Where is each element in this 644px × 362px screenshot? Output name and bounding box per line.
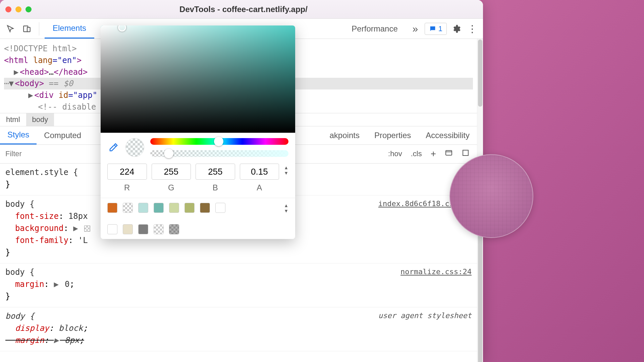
swatch[interactable] [154, 203, 164, 213]
swatch[interactable] [107, 224, 117, 234]
inspect-element-icon[interactable] [4, 22, 17, 36]
color-preview [125, 138, 144, 157]
rule-body-2[interactable]: normalize.css:24 body { margin: ▶ 0; } [0, 263, 477, 307]
titlebar: DevTools - coffee-cart.netlify.app/ [0, 0, 483, 19]
swatch[interactable] [215, 203, 225, 213]
cls-toggle[interactable]: .cls [409, 148, 424, 160]
expand-icon[interactable]: ▶ [14, 66, 20, 78]
rendering-icon[interactable] [460, 147, 472, 160]
sv-handle[interactable] [118, 25, 126, 32]
palette-swatches: ▲▼ [101, 198, 295, 239]
swatch[interactable] [138, 203, 148, 213]
panel-tabs: Elements [45, 19, 94, 39]
color-picker: R G B A ▲▼ [101, 25, 295, 239]
color-swatch-icon[interactable] [84, 226, 90, 232]
subtab-accessibility[interactable]: Accessibility [418, 126, 477, 144]
subtab-breakpoints[interactable]: akpoints [322, 126, 367, 144]
subtab-computed[interactable]: Computed [37, 126, 89, 144]
swatch[interactable] [184, 203, 195, 213]
swatch[interactable] [107, 203, 117, 213]
close-window-icon[interactable] [5, 6, 11, 12]
b-input[interactable] [196, 164, 235, 180]
color-mode-switch-icon[interactable]: ▲▼ [284, 164, 288, 176]
chat-icon [429, 25, 436, 33]
eyedropper-magnifier[interactable] [449, 154, 533, 238]
scroll-thumb[interactable] [478, 233, 482, 362]
expand-icon[interactable]: ▶ [28, 89, 34, 101]
a-input[interactable] [240, 164, 279, 180]
saturation-value-field[interactable] [101, 25, 295, 133]
swatch[interactable] [169, 224, 179, 234]
eyedropper-icon[interactable] [107, 141, 119, 154]
alpha-slider[interactable] [150, 150, 288, 157]
expand-icon[interactable]: ▶ [73, 222, 79, 234]
r-label: R [107, 183, 147, 192]
hue-handle[interactable] [214, 137, 223, 146]
swatch[interactable] [138, 224, 148, 234]
swatch[interactable] [200, 203, 210, 213]
swatch[interactable] [123, 203, 133, 213]
computed-styles-icon[interactable] [443, 147, 455, 160]
more-tabs-icon[interactable]: » [409, 22, 422, 36]
issues-badge[interactable]: 1 [425, 23, 447, 35]
hov-toggle[interactable]: :hov [386, 148, 404, 160]
svg-rect-1 [27, 27, 30, 32]
rule-body-ua[interactable]: user agent stylesheet body { display: bl… [0, 307, 477, 351]
tab-elements[interactable]: Elements [45, 19, 94, 39]
hue-slider[interactable] [150, 138, 288, 145]
subtab-styles[interactable]: Styles [0, 126, 37, 144]
source-link[interactable]: normalize.css:24 [400, 266, 472, 277]
traffic-lights [5, 6, 32, 12]
svg-rect-3 [463, 150, 468, 156]
tab-performance[interactable]: Performance [343, 24, 406, 34]
a-label: A [240, 183, 279, 192]
expand-icon[interactable]: ▶ [54, 278, 60, 290]
scroll-thumb[interactable] [478, 40, 482, 107]
swatch[interactable] [123, 224, 133, 234]
crumb-body[interactable]: body [26, 113, 54, 126]
issues-count: 1 [438, 24, 442, 33]
alpha-handle[interactable] [164, 149, 173, 158]
kebab-menu-icon[interactable]: ⋮ [466, 22, 479, 36]
svg-rect-2 [446, 150, 452, 155]
devtools-window: DevTools - coffee-cart.netlify.app/ Elem… [0, 0, 483, 362]
minimize-window-icon[interactable] [15, 6, 21, 12]
swatch[interactable] [154, 224, 164, 234]
crumb-html[interactable]: html [0, 113, 26, 126]
divider [39, 22, 39, 36]
r-input[interactable] [107, 164, 147, 180]
source-ua: user agent stylesheet [378, 310, 472, 321]
window-title: DevTools - coffee-cart.netlify.app/ [32, 5, 455, 14]
maximize-window-icon[interactable] [25, 6, 32, 12]
settings-icon[interactable] [449, 22, 463, 36]
swatch[interactable] [169, 203, 179, 213]
palette-switch-icon[interactable]: ▲▼ [284, 203, 288, 214]
doctype: <!DOCTYPE html> [4, 44, 77, 53]
g-label: G [152, 183, 191, 192]
g-input[interactable] [152, 164, 191, 180]
subtab-properties[interactable]: Properties [367, 126, 418, 144]
b-label: B [196, 183, 235, 192]
new-rule-icon[interactable]: + [429, 147, 438, 161]
device-toolbar-icon[interactable] [20, 22, 34, 36]
